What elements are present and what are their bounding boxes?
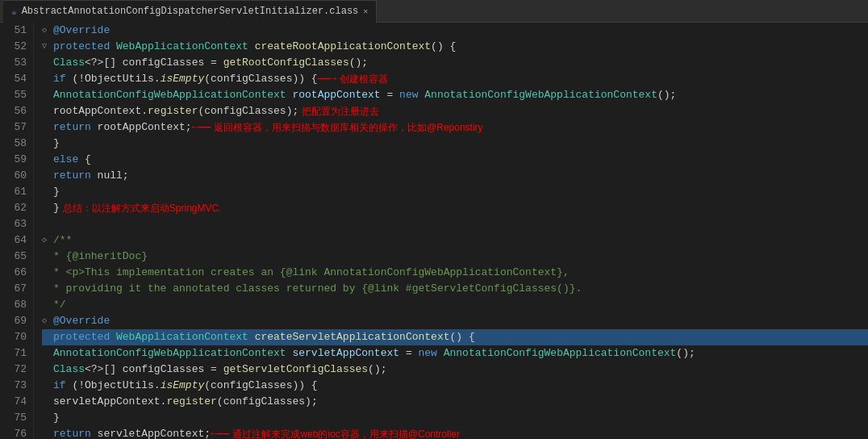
code-content: }	[53, 136, 60, 152]
line-number: 67	[5, 281, 27, 297]
red-annotation: 返回根容器，用来扫描与数据库相关的操作，比如@Reponstiry	[214, 119, 483, 136]
line-number: 74	[5, 394, 27, 410]
code-content: * providing it the annotated classes ret…	[53, 281, 582, 297]
line-number: 71	[5, 345, 27, 362]
code-content: Class<?>[] configClasses = getServletCon…	[53, 362, 387, 378]
line-number: 69	[5, 313, 27, 329]
code-line: if (!ObjectUtils.isEmpty(configClasses))…	[42, 71, 868, 87]
line-number: 76	[5, 426, 27, 439]
code-line: * providing it the annotated classes ret…	[42, 281, 868, 297]
line-number: 54	[5, 71, 27, 87]
code-line: * {@inheritDoc}	[42, 249, 868, 265]
code-content: */	[53, 297, 66, 313]
line-number: 56	[5, 103, 27, 119]
line-number: 57	[5, 119, 27, 136]
line-number: 61	[5, 184, 27, 200]
code-content: else {	[53, 152, 91, 168]
code-content: /**	[53, 232, 72, 249]
code-content: }	[53, 410, 60, 426]
code-line: return null;	[42, 168, 868, 184]
code-content: }	[53, 200, 60, 216]
close-tab-button[interactable]: ✕	[363, 6, 368, 16]
line-number: 73	[5, 378, 27, 394]
gutter-indicator: ◇	[42, 23, 53, 39]
code-content: return servletAppContext;	[53, 426, 211, 439]
tab-label: AbstractAnnotationConfigDispatcherServle…	[22, 6, 359, 17]
gutter-indicator: ▽	[42, 39, 53, 55]
code-line: * <p>This implementation creates an {@li…	[42, 265, 868, 281]
code-line: protected WebApplicationContext createSe…	[42, 329, 868, 345]
line-number: 72	[5, 362, 27, 378]
code-line: return servletAppContext; ←——通过注解来完成web的…	[42, 426, 868, 439]
line-numbers: 5152535455565758596061626364656667686970…	[0, 23, 34, 439]
code-line: }	[42, 410, 868, 426]
line-number: 60	[5, 168, 27, 184]
code-content: return null;	[53, 168, 129, 184]
line-number: 65	[5, 249, 27, 265]
code-line: ◇ /**	[42, 232, 868, 249]
java-icon: ☕	[11, 6, 17, 17]
code-line: ◇ @Override	[42, 23, 868, 39]
line-number: 62	[5, 200, 27, 216]
code-area: ◇ @Override▽ protected WebApplicationCon…	[34, 23, 868, 439]
code-content: }	[53, 184, 60, 200]
code-content: servletAppContext.register(configClasses…	[53, 394, 318, 410]
code-content: if (!ObjectUtils.isEmpty(configClasses))…	[53, 378, 318, 394]
line-number: 64	[5, 232, 27, 249]
red-annotation: 通过注解来完成web的ioc容器，用来扫描@Controller	[232, 426, 460, 439]
line-number: 59	[5, 152, 27, 168]
line-number: 58	[5, 136, 27, 152]
red-annotation: 把配置为注册进去	[302, 103, 379, 119]
code-line: ◇ @Override	[42, 313, 868, 329]
code-content: AnnotationConfigWebApplicationContext ro…	[53, 87, 676, 103]
code-line: AnnotationConfigWebApplicationContext se…	[42, 345, 868, 362]
line-number: 55	[5, 87, 27, 103]
code-line: }	[42, 184, 868, 200]
line-number: 53	[5, 55, 27, 71]
code-content: AnnotationConfigWebApplicationContext se…	[53, 345, 695, 362]
tab-bar: ☕ AbstractAnnotationConfigDispatcherServ…	[0, 0, 868, 23]
code-line: if (!ObjectUtils.isEmpty(configClasses))…	[42, 378, 868, 394]
code-content: Class<?>[] configClasses = getRootConfig…	[53, 55, 368, 71]
editor-tab[interactable]: ☕ AbstractAnnotationConfigDispatcherServ…	[3, 0, 377, 23]
red-annotation: 总结：以注解方式来启动SpringMVC.	[63, 200, 222, 216]
code-content: protected WebApplicationContext createRo…	[53, 39, 456, 55]
code-line	[42, 216, 868, 232]
line-number: 68	[5, 297, 27, 313]
code-content: protected WebApplicationContext createSe…	[53, 329, 475, 345]
code-content: rootAppContext.register(configClasses);	[53, 103, 298, 119]
line-number: 70	[5, 329, 27, 345]
code-content: * {@inheritDoc}	[53, 249, 148, 265]
line-number: 75	[5, 410, 27, 426]
code-content: @Override	[53, 23, 110, 39]
line-number: 52	[5, 39, 27, 55]
code-line: Class<?>[] configClasses = getServletCon…	[42, 362, 868, 378]
code-line: else {	[42, 152, 868, 168]
code-content: if (!ObjectUtils.isEmpty(configClasses))…	[53, 71, 318, 87]
code-line: AnnotationConfigWebApplicationContext ro…	[42, 87, 868, 103]
line-number: 66	[5, 265, 27, 281]
code-content: @Override	[53, 313, 110, 329]
code-line: ▽ protected WebApplicationContext create…	[42, 39, 868, 55]
code-line: Class<?>[] configClasses = getRootConfig…	[42, 55, 868, 71]
gutter-indicator: ◇	[42, 232, 53, 249]
code-line: rootAppContext.register(configClasses); …	[42, 103, 868, 119]
line-number: 63	[5, 216, 27, 232]
code-line: servletAppContext.register(configClasses…	[42, 394, 868, 410]
code-line: } 总结：以注解方式来启动SpringMVC.	[42, 200, 868, 216]
code-content: return rootAppContext;	[53, 119, 192, 136]
editor-area: 5152535455565758596061626364656667686970…	[0, 23, 868, 439]
code-line: */	[42, 297, 868, 313]
code-content: * <p>This implementation creates an {@li…	[53, 265, 570, 281]
code-line: return rootAppContext; ←——返回根容器，用来扫描与数据库…	[42, 119, 868, 136]
red-annotation: 创建根容器	[340, 71, 388, 87]
line-number: 51	[5, 23, 27, 39]
code-line: }	[42, 136, 868, 152]
gutter-indicator: ◇	[42, 313, 53, 329]
